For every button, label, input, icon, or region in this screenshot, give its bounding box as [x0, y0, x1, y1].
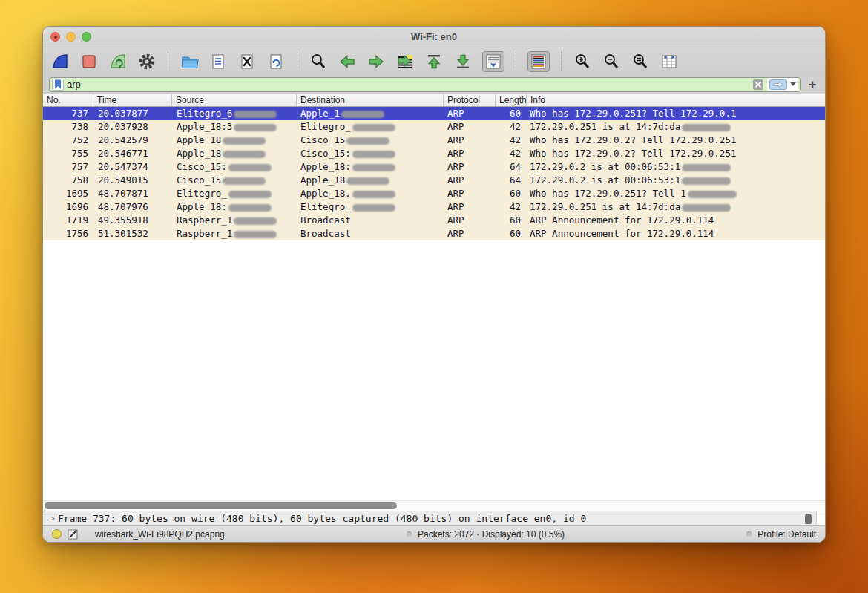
cell-info: Who has 172.29.0.251? Tell 172.29.0.1: [527, 107, 825, 120]
expert-info-icon[interactable]: [52, 529, 62, 539]
cell-no: 1719: [43, 214, 93, 227]
cell-protocol: ARP: [444, 134, 496, 147]
wireshark-window: Wi-Fi: en0: [42, 26, 826, 543]
cell-destination: Elitegro_: [297, 120, 444, 134]
column-header-destination[interactable]: Destination: [297, 94, 444, 106]
cell-protocol: ARP: [444, 227, 496, 240]
display-filter-field[interactable]: [49, 77, 801, 92]
packet-list-header[interactable]: No. Time Source Destination Protocol Len…: [43, 94, 825, 107]
column-header-info[interactable]: Info: [527, 94, 825, 106]
cell-info: 172.29.0.251 is at 14:7d:da: [527, 200, 825, 214]
packet-rows: 737 20.037877 Elitegro_6 Apple_1 ARP 60 …: [43, 107, 825, 240]
redacted-smudge: [234, 124, 277, 131]
cell-protocol: ARP: [444, 200, 496, 214]
redacted-smudge: [352, 151, 395, 158]
cell-length: 42: [496, 200, 527, 214]
redacted-smudge: [682, 164, 731, 171]
cell-time: 20.037928: [93, 120, 172, 134]
column-header-time[interactable]: Time: [93, 94, 172, 106]
go-to-top-arrow-icon[interactable]: [424, 52, 444, 71]
filter-add-button[interactable]: +: [806, 78, 819, 91]
table-row[interactable]: 758 20.549015 Cisco_15 Apple_18 ARP 64 1…: [43, 174, 825, 187]
table-row[interactable]: 752 20.542579 Apple_18 Cisco_15 ARP 42 W…: [43, 134, 825, 147]
filter-bar: +: [43, 75, 825, 94]
reload-file-doc-icon[interactable]: [266, 52, 286, 71]
zoom-out-magnifier-icon[interactable]: [602, 52, 621, 71]
save-file-doc-icon[interactable]: [208, 52, 228, 71]
cell-time: 20.542579: [93, 134, 172, 147]
capture-options-gear-icon[interactable]: [137, 52, 157, 71]
cell-no: 738: [43, 120, 93, 134]
column-header-length[interactable]: Length: [496, 94, 527, 106]
detail-frame-summary[interactable]: Frame 737: 60 bytes on wire (480 bits), …: [58, 513, 825, 524]
go-forward-arrow-icon[interactable]: [366, 52, 386, 71]
table-row[interactable]: 1719 49.355918 Raspberr_1 Broadcast ARP …: [43, 214, 825, 227]
horizontal-scrollbar[interactable]: [43, 500, 825, 511]
window-title: Wi-Fi: en0: [43, 31, 825, 42]
column-header-source[interactable]: Source: [172, 94, 297, 106]
stop-capture-icon[interactable]: [79, 52, 99, 71]
filter-bookmark-icon[interactable]: [52, 79, 64, 91]
resize-columns-icon[interactable]: [660, 52, 679, 71]
packet-counts: Packets: 2072 · Displayed: 10 (0.5%): [418, 529, 565, 540]
open-file-folder-icon[interactable]: [180, 52, 199, 71]
table-row[interactable]: 1696 48.707976 Apple_18: Elitegro_ ARP 4…: [43, 200, 825, 214]
cell-time: 20.037877: [93, 107, 172, 120]
cell-time: 48.707871: [93, 187, 172, 200]
filter-history-caret-icon[interactable]: [790, 82, 796, 86]
cell-info: ARP Announcement for 172.29.0.114: [527, 214, 825, 227]
redacted-smudge: [234, 217, 277, 225]
zoom-in-magnifier-icon[interactable]: [573, 52, 592, 71]
find-packet-magnifier-icon[interactable]: [309, 52, 328, 71]
cell-time: 20.549015: [93, 174, 172, 187]
table-row[interactable]: 757 20.547374 Cisco_15: Apple_18: ARP 64…: [43, 160, 825, 174]
cell-protocol: ARP: [444, 120, 496, 134]
cell-info: 172.29.0.2 is at 00:06:53:1: [527, 174, 825, 187]
redacted-smudge: [352, 191, 395, 198]
packet-detail-pane[interactable]: > Frame 737: 60 bytes on wire (480 bits)…: [43, 511, 825, 525]
cell-no: 757: [43, 160, 93, 174]
cell-info: Who has 172.29.0.2? Tell 172.29.0.251: [527, 147, 825, 160]
cell-source: Apple_18:3: [172, 120, 297, 134]
redacted-smudge: [352, 124, 395, 131]
start-capture-fin-icon[interactable]: [50, 52, 70, 71]
table-row[interactable]: 1695 48.707871 Elitegro_ Apple_18. ARP 6…: [43, 187, 825, 200]
capture-comment-icon[interactable]: [68, 528, 79, 540]
packet-list: No. Time Source Destination Protocol Len…: [43, 94, 825, 511]
cell-info: Who has 172.29.0.251? Tell 1: [527, 187, 825, 200]
display-filter-input[interactable]: [67, 79, 749, 90]
go-back-arrow-icon[interactable]: [338, 52, 357, 71]
table-row[interactable]: 1756 51.301532 Raspberr_1 Broadcast ARP …: [43, 227, 825, 240]
capture-filename: wireshark_Wi-Fi98PQH2.pcapng: [95, 529, 225, 540]
filter-apply-arrow-icon[interactable]: [769, 79, 787, 90]
column-header-no[interactable]: No.: [43, 94, 93, 106]
detail-vertical-scrollbar-thumb[interactable]: [805, 514, 812, 524]
cell-source: Apple_18:: [172, 200, 297, 214]
table-row[interactable]: 737 20.037877 Elitegro_6 Apple_1 ARP 60 …: [43, 107, 825, 120]
filter-clear-icon[interactable]: [752, 79, 764, 91]
redacted-smudge: [688, 191, 737, 198]
cell-destination: Elitegro_: [297, 200, 444, 214]
profile-label[interactable]: Profile: Default: [757, 529, 816, 540]
detail-expander-icon[interactable]: >: [47, 514, 58, 523]
redacted-smudge: [346, 177, 389, 185]
column-header-protocol[interactable]: Protocol: [444, 94, 496, 106]
table-row[interactable]: 755 20.546771 Apple_18 Cisco_15: ARP 42 …: [43, 147, 825, 160]
colorize-packets-icon[interactable]: [527, 51, 550, 72]
redacted-smudge: [234, 111, 277, 118]
auto-scroll-icon[interactable]: [482, 51, 504, 72]
go-to-packet-icon[interactable]: [395, 52, 415, 71]
cell-length: 42: [496, 120, 527, 134]
zoom-reset-magnifier-icon[interactable]: [631, 52, 650, 71]
restart-capture-fin-icon[interactable]: [108, 52, 128, 71]
cell-info: Who has 172.29.0.2? Tell 172.29.0.251: [527, 134, 825, 147]
table-row[interactable]: 738 20.037928 Apple_18:3 Elitegro_ ARP 4…: [43, 120, 825, 134]
go-to-bottom-arrow-icon[interactable]: [453, 52, 473, 71]
cell-length: 60: [496, 107, 527, 120]
redacted-smudge: [346, 137, 389, 145]
cell-time: 20.547374: [93, 160, 172, 174]
title-bar[interactable]: Wi-Fi: en0: [43, 27, 825, 47]
horizontal-scrollbar-thumb[interactable]: [45, 502, 397, 509]
close-file-doc-icon[interactable]: [237, 52, 257, 71]
cell-length: 64: [496, 160, 527, 174]
